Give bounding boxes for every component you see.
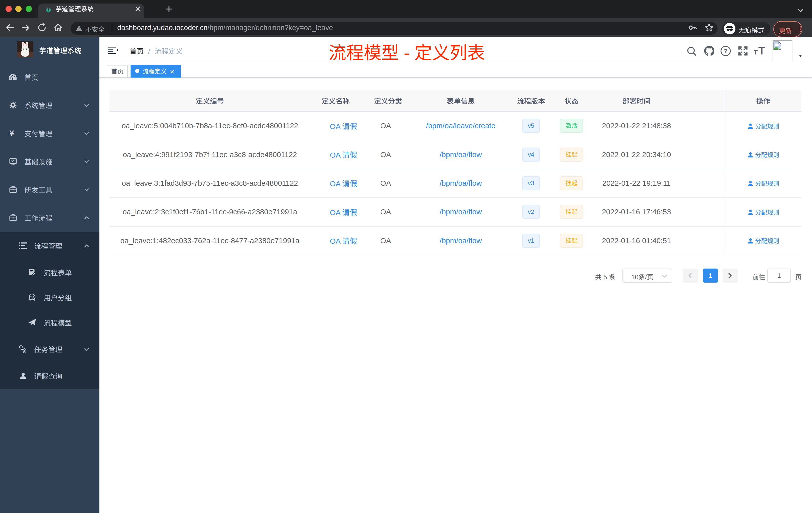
svg-text:?: ? (724, 48, 728, 55)
